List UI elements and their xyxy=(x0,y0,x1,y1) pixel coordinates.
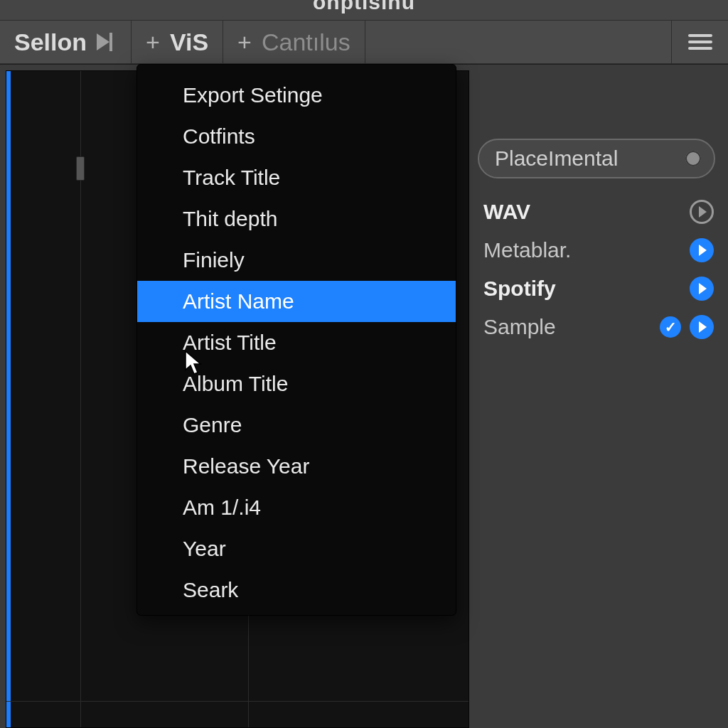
dropdown-item[interactable]: Artist Title xyxy=(137,322,456,363)
row-icons: ✓ xyxy=(660,315,714,339)
check-icon[interactable]: ✓ xyxy=(660,316,681,338)
menu-button[interactable] xyxy=(671,21,728,63)
format-label: Metablar. xyxy=(483,238,571,262)
format-row[interactable]: Sample✓ xyxy=(478,308,715,346)
format-label: WAV xyxy=(483,200,530,224)
record-icon xyxy=(685,151,701,166)
format-label: Spotify xyxy=(483,277,556,301)
search-pill[interactable]: PlaceImental xyxy=(478,139,715,178)
dropdown-item[interactable]: Thit depth xyxy=(137,198,456,240)
plus-icon: + xyxy=(237,28,252,56)
play-icon[interactable] xyxy=(690,238,714,262)
dropdown-item[interactable]: Seark xyxy=(137,569,456,611)
dropdown-item[interactable]: Album Title xyxy=(137,363,456,405)
dropdown-item[interactable]: Cotfints xyxy=(137,116,456,157)
format-label: Sample xyxy=(483,315,556,339)
row-icons xyxy=(690,200,714,224)
tab-label: Sellon xyxy=(14,28,87,56)
play-icon[interactable] xyxy=(690,200,714,224)
hamburger-icon xyxy=(688,34,712,50)
dropdown-item[interactable]: Finiely xyxy=(137,240,456,281)
format-list: WAVMetablar.SpotifySample✓ xyxy=(478,193,715,346)
grid-line xyxy=(6,701,469,702)
tab-vis[interactable]: + ViS xyxy=(132,21,223,63)
dropdown-item[interactable]: Genre xyxy=(137,405,456,446)
dropdown-item[interactable]: Release Year xyxy=(137,446,456,487)
tab-label: Cantılus xyxy=(262,28,350,56)
plus-icon: + xyxy=(146,28,160,56)
row-icons xyxy=(690,277,714,301)
search-label: PlaceImental xyxy=(495,146,618,171)
dropdown-menu[interactable]: Export SetingeCotfintsTrack TitleThit de… xyxy=(136,64,456,616)
format-row[interactable]: WAV xyxy=(478,193,715,231)
skip-end-icon xyxy=(97,32,117,52)
format-row[interactable]: Spotify xyxy=(478,269,715,308)
dropdown-item[interactable]: Export Setinge xyxy=(137,72,456,116)
dropdown-item[interactable]: Track Title xyxy=(137,157,456,198)
dropdown-item[interactable]: Artist Name xyxy=(137,281,456,322)
toolbar: Sellon + ViS + Cantılus xyxy=(0,20,728,64)
tab-label: ViS xyxy=(170,28,208,56)
side-panel: PlaceImental WAVMetablar.SpotifySample✓ xyxy=(478,139,715,346)
row-icons xyxy=(690,238,714,262)
window-title-fragment: onptisınu xyxy=(0,0,728,14)
tab-cantilus[interactable]: + Cantılus xyxy=(223,21,365,63)
dropdown-item[interactable]: Am 1/.i4 xyxy=(137,487,456,528)
play-icon[interactable] xyxy=(690,277,714,301)
format-row[interactable]: Metablar. xyxy=(478,231,715,269)
region-handle[interactable] xyxy=(76,156,85,181)
track-accent-bar xyxy=(6,71,11,727)
tab-sellon[interactable]: Sellon xyxy=(0,21,132,63)
dropdown-item[interactable]: Year xyxy=(137,528,456,569)
play-icon[interactable] xyxy=(690,315,714,339)
